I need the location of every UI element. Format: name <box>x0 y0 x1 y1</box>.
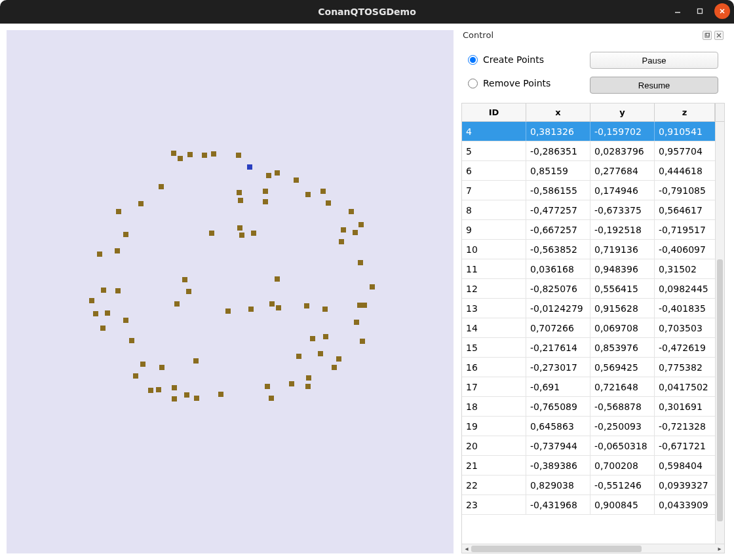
scene-point[interactable] <box>266 173 271 178</box>
scene-point[interactable] <box>89 298 94 303</box>
scene-point[interactable] <box>362 303 367 308</box>
scene-point[interactable] <box>100 326 106 331</box>
scene-point[interactable] <box>186 289 191 294</box>
cell-x[interactable]: -0,737944 <box>526 436 590 455</box>
table-row[interactable]: 23-0,4319680,9008450,0433909 <box>462 495 715 515</box>
horizontal-scrollbar-thumb[interactable] <box>471 546 642 552</box>
scene-point[interactable] <box>116 209 121 214</box>
3d-viewport[interactable] <box>7 30 454 553</box>
cell-id[interactable]: 8 <box>462 200 526 219</box>
cell-y[interactable]: 0,556415 <box>590 279 655 298</box>
table-row[interactable]: 220,829038-0,5512460,0939327 <box>462 476 715 495</box>
cell-y[interactable]: 0,900845 <box>590 495 655 514</box>
cell-z[interactable]: 0,0433909 <box>655 495 715 514</box>
scene-point[interactable] <box>322 307 328 312</box>
scene-point[interactable] <box>211 151 216 157</box>
table-row[interactable]: 10-0,5638520,719136-0,406097 <box>462 240 715 259</box>
vertical-scrollbar[interactable] <box>715 122 724 544</box>
table-row[interactable]: 12-0,8250760,5564150,0982445 <box>462 279 715 299</box>
scene-point[interactable] <box>305 192 311 197</box>
scene-point[interactable] <box>209 231 214 236</box>
cell-id[interactable]: 14 <box>462 318 526 337</box>
cell-y[interactable]: 0,0283796 <box>590 141 655 160</box>
scene-point[interactable] <box>237 225 242 231</box>
scene-point[interactable] <box>339 239 344 244</box>
table-header-y[interactable]: y <box>590 103 655 121</box>
scene-point[interactable] <box>353 230 358 235</box>
scene-point[interactable] <box>310 336 315 341</box>
scene-point[interactable] <box>358 260 363 265</box>
cell-id[interactable]: 23 <box>462 495 526 514</box>
cell-y[interactable]: 0,721648 <box>590 377 655 396</box>
scene-point[interactable] <box>184 392 189 398</box>
scene-point[interactable] <box>326 200 331 206</box>
scene-point[interactable] <box>239 233 244 238</box>
cell-z[interactable]: 0,564617 <box>655 200 715 219</box>
cell-id[interactable]: 13 <box>462 299 526 318</box>
scene-point[interactable] <box>358 222 364 227</box>
scene-point[interactable] <box>140 362 145 367</box>
scene-point[interactable] <box>202 153 207 158</box>
scene-point[interactable] <box>276 305 281 310</box>
scene-point[interactable] <box>370 284 375 289</box>
cell-id[interactable]: 21 <box>462 456 526 475</box>
cell-id[interactable]: 6 <box>462 161 526 180</box>
cell-x[interactable]: -0,667257 <box>526 220 590 239</box>
cell-id[interactable]: 18 <box>462 397 526 416</box>
cell-z[interactable]: -0,791085 <box>655 181 715 200</box>
scene-point[interactable] <box>156 387 161 392</box>
scene-point[interactable] <box>349 209 354 214</box>
cell-z[interactable]: 0,910541 <box>655 122 715 141</box>
resume-button[interactable]: Resume <box>590 77 718 94</box>
scene-point[interactable] <box>275 170 280 176</box>
scroll-right-arrow[interactable]: ▸ <box>715 544 724 553</box>
cell-z[interactable]: -0,401835 <box>655 299 715 318</box>
cell-x[interactable]: -0,563852 <box>526 240 590 259</box>
table-row[interactable]: 15-0,2176140,853976-0,472619 <box>462 338 715 358</box>
cell-x[interactable]: -0,431968 <box>526 495 590 514</box>
scene-point[interactable] <box>336 356 341 362</box>
cell-id[interactable]: 16 <box>462 358 526 377</box>
scene-point[interactable] <box>296 354 301 359</box>
table-row[interactable]: 140,7072660,0697080,703503 <box>462 318 715 338</box>
cell-z[interactable]: 0,301691 <box>655 397 715 416</box>
scene-point[interactable] <box>187 152 193 157</box>
cell-z[interactable]: -0,719517 <box>655 220 715 239</box>
table-row[interactable]: 8-0,477257-0,6733750,564617 <box>462 200 715 220</box>
create-points-radio-input[interactable] <box>468 55 478 65</box>
cell-z[interactable]: -0,721328 <box>655 417 715 436</box>
cell-x[interactable]: 0,829038 <box>526 476 590 495</box>
table-row[interactable]: 40,381326-0,1597020,910541 <box>462 122 715 141</box>
cell-id[interactable]: 12 <box>462 279 526 298</box>
scene-point[interactable] <box>269 396 274 401</box>
cell-z[interactable]: -0,671721 <box>655 436 715 455</box>
table-row[interactable]: 20-0,737944-0,0650318-0,671721 <box>462 436 715 456</box>
table-row[interactable]: 60,851590,2776840,444618 <box>462 161 715 181</box>
scene-point[interactable] <box>275 276 280 282</box>
scene-point[interactable] <box>318 351 323 356</box>
cell-x[interactable]: 0,85159 <box>526 161 590 180</box>
table-header-z[interactable]: z <box>655 103 715 121</box>
table-row[interactable]: 21-0,3893860,7002080,598404 <box>462 456 715 476</box>
cell-x[interactable]: 0,645863 <box>526 417 590 436</box>
cell-y[interactable]: 0,569425 <box>590 358 655 377</box>
table-row[interactable]: 17-0,6910,7216480,0417502 <box>462 377 715 397</box>
cell-x[interactable]: -0,389386 <box>526 456 590 475</box>
cell-x[interactable]: -0,586155 <box>526 181 590 200</box>
cell-z[interactable]: 0,444618 <box>655 161 715 180</box>
scene-point[interactable] <box>305 384 311 389</box>
cell-z[interactable]: 0,31502 <box>655 259 715 278</box>
dock-float-button[interactable] <box>703 31 712 40</box>
scene-point[interactable] <box>306 375 311 381</box>
table-row[interactable]: 110,0361680,9483960,31502 <box>462 259 715 279</box>
scene-point[interactable] <box>354 320 359 325</box>
scene-point[interactable] <box>269 301 275 307</box>
table-row[interactable]: 16-0,2730170,5694250,775382 <box>462 358 715 377</box>
scene-point[interactable] <box>93 311 98 316</box>
cell-y[interactable]: -0,192518 <box>590 220 655 239</box>
remove-points-radio[interactable]: Remove Points <box>468 78 590 88</box>
pause-button[interactable]: Pause <box>590 52 718 69</box>
scene-point[interactable] <box>294 177 299 183</box>
cell-x[interactable]: -0,286351 <box>526 141 590 160</box>
scene-point[interactable] <box>265 384 270 389</box>
